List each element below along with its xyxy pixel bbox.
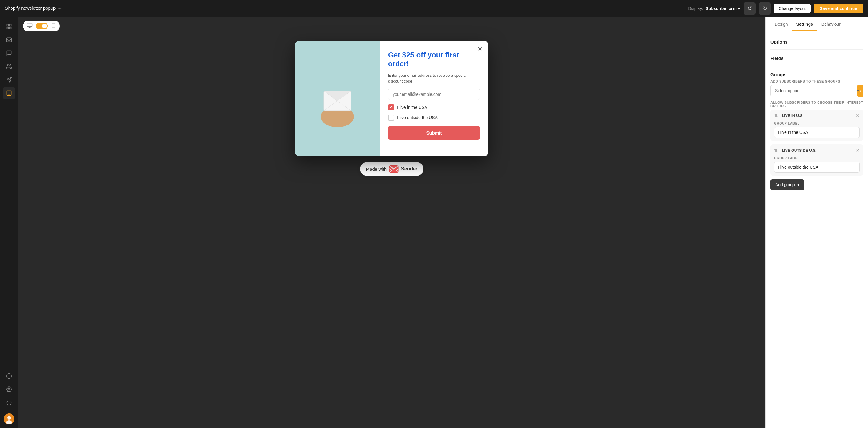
sidebar-item-chat[interactable]	[3, 47, 15, 59]
display-selector[interactable]: Display: Subscribe form ▾	[688, 6, 740, 11]
side-panel-tab[interactable]	[858, 85, 864, 97]
popup-subtext: Enter your email address to receive a sp…	[388, 73, 480, 84]
svg-rect-0	[7, 25, 8, 26]
add-group-label: Add group	[775, 182, 795, 187]
divider-1	[770, 49, 863, 50]
divider-2	[770, 65, 863, 66]
sidebar-item-forms[interactable]	[3, 87, 15, 99]
sidebar-item-email[interactable]	[3, 34, 15, 46]
mobile-icon[interactable]	[51, 22, 56, 30]
svg-rect-2	[9, 27, 11, 29]
display-value[interactable]: Subscribe form ▾	[706, 6, 740, 11]
svg-point-15	[7, 416, 11, 420]
interest-group-2: ⇅ I LIVE OUTSIDE U.S. ✕ GROUP LABEL	[770, 144, 863, 176]
chevron-down-icon: ▾	[738, 6, 740, 11]
group1-drag-icon[interactable]: ⇅	[774, 113, 778, 118]
svg-point-5	[7, 64, 9, 66]
tab-design[interactable]: Design	[770, 17, 792, 31]
interest-groups-section: ALLOW SUBSCRIBERS TO CHOOSE THEIR INTERE…	[770, 101, 863, 190]
popup-image-side	[295, 41, 380, 156]
svg-rect-3	[7, 27, 8, 29]
checkbox-usa-checked[interactable]	[388, 104, 394, 110]
add-group-button[interactable]: Add group ▾	[770, 179, 804, 190]
sidebar-item-send[interactable]	[3, 74, 15, 86]
edit-title-icon[interactable]: ✏	[58, 6, 62, 11]
group1-name: ⇅ I LIVE IN U.S.	[774, 113, 804, 118]
sender-brand-name: Sender	[401, 166, 417, 172]
redo-button[interactable]: ↻	[759, 2, 771, 15]
group1-label-title: GROUP LABEL	[774, 121, 860, 125]
group1-label-input[interactable]	[774, 127, 860, 138]
panel-content: Options Fields Groups ADD SUBSCRIBERS TO…	[766, 31, 868, 195]
checkbox-outside-usa[interactable]	[388, 115, 394, 121]
sender-logo-icon	[389, 165, 399, 173]
avatar[interactable]	[4, 413, 14, 424]
right-panel: Design Settings Behaviour Options Fields…	[765, 17, 868, 428]
undo-button[interactable]: ↺	[744, 2, 756, 15]
popup-heading: Get $25 off your first order!	[388, 51, 480, 68]
select-group-wrapper: Select option	[770, 85, 863, 96]
made-with-sender-badge: Made with Sender	[360, 162, 424, 176]
group2-drag-icon[interactable]: ⇅	[774, 148, 778, 153]
group2-label-input[interactable]	[774, 162, 860, 173]
topbar: Shopify newsletter popup ✏ Display: Subs…	[0, 0, 868, 17]
popup-content-side: ✕ Get $25 off your first order! Enter yo…	[380, 41, 488, 156]
popup-card: ✕ Get $25 off your first order! Enter yo…	[295, 41, 488, 156]
add-subscribers-label: ADD SUBSCRIBERS TO THESE GROUPS	[770, 80, 863, 83]
sidebar-item-info[interactable]	[3, 370, 15, 382]
checkbox-usa-label: I live in the USA	[397, 105, 427, 110]
display-label: Display:	[688, 6, 704, 11]
sidebar-item-dashboard[interactable]	[3, 21, 15, 33]
save-continue-button[interactable]: Save and continue	[814, 4, 863, 13]
groups-section-title: Groups	[770, 68, 863, 80]
group1-remove-button[interactable]: ✕	[856, 113, 860, 118]
panel-tabs: Design Settings Behaviour	[766, 17, 868, 31]
group2-label-title: GROUP LABEL	[774, 156, 860, 160]
sidebar-item-power[interactable]	[3, 397, 15, 409]
page-title: Shopify newsletter popup	[5, 5, 56, 11]
popup-wrapper: ✕ Get $25 off your first order! Enter yo…	[295, 41, 488, 176]
made-with-prefix: Made with	[366, 167, 386, 172]
interest-group-1: ⇅ I LIVE IN U.S. ✕ GROUP LABEL	[770, 110, 863, 141]
canvas-area: ✕ Get $25 off your first order! Enter yo…	[18, 17, 765, 428]
svg-rect-28	[327, 111, 348, 123]
select-group-dropdown[interactable]: Select option	[770, 85, 863, 96]
submit-button[interactable]: Submit	[388, 126, 480, 140]
checkbox-row-1: I live in the USA	[388, 104, 480, 110]
group2-header: ⇅ I LIVE OUTSIDE U.S. ✕	[774, 147, 860, 153]
checkbox-row-2: I live outside the USA	[388, 115, 480, 121]
svg-rect-4	[6, 38, 11, 42]
svg-rect-17	[27, 23, 32, 27]
group1-header: ⇅ I LIVE IN U.S. ✕	[774, 113, 860, 118]
left-sidebar	[0, 17, 18, 428]
tab-settings[interactable]: Settings	[792, 17, 817, 31]
group2-remove-button[interactable]: ✕	[856, 147, 860, 153]
svg-rect-1	[9, 25, 11, 26]
device-toolbar	[23, 21, 60, 31]
fields-section-title: Fields	[770, 52, 863, 63]
allow-subscribers-label: ALLOW SUBSCRIBERS TO CHOOSE THEIR INTERE…	[770, 101, 863, 108]
options-section-title: Options	[770, 36, 863, 47]
checkbox-outside-usa-label: I live outside the USA	[397, 115, 438, 120]
preview-toggle[interactable]	[36, 23, 48, 29]
topbar-left: Shopify newsletter popup ✏	[5, 5, 685, 11]
tab-behaviour[interactable]: Behaviour	[817, 17, 845, 31]
change-layout-button[interactable]: Change layout	[774, 4, 811, 13]
desktop-icon[interactable]	[27, 22, 33, 30]
main-layout: ✕ Get $25 off your first order! Enter yo…	[0, 17, 868, 428]
sidebar-item-contacts[interactable]	[3, 60, 15, 73]
popup-close-button[interactable]: ✕	[476, 45, 484, 53]
svg-point-12	[8, 389, 10, 390]
envelope-illustration	[304, 68, 371, 129]
topbar-right: ↺ ↻ Change layout Save and continue	[744, 2, 863, 15]
add-group-chevron-icon: ▾	[797, 182, 800, 187]
sidebar-item-settings[interactable]	[3, 383, 15, 395]
email-input[interactable]	[388, 89, 480, 100]
group2-name: ⇅ I LIVE OUTSIDE U.S.	[774, 148, 817, 153]
